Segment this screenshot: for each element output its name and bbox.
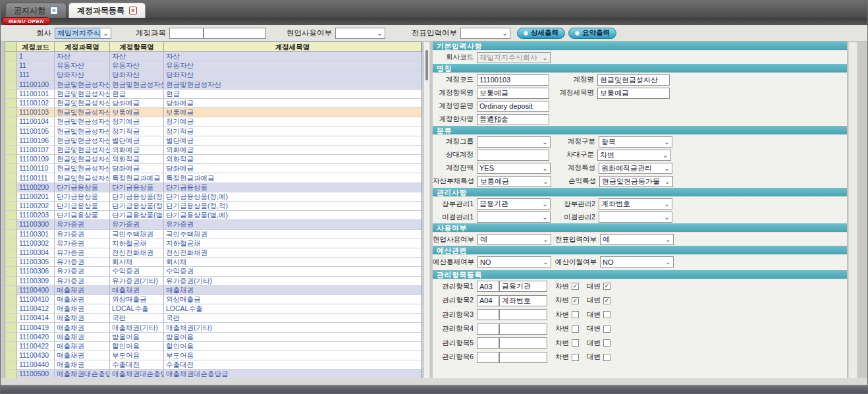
row-selector-cell[interactable] — [5, 323, 17, 332]
row-selector-cell[interactable] — [5, 164, 17, 173]
mgmt-item-1-name-input[interactable] — [499, 281, 547, 292]
row-selector-cell[interactable] — [5, 304, 17, 314]
tab-1[interactable]: 공지사항× — [5, 3, 67, 18]
table-row[interactable]: 111당좌자산당좌자산당좌자산 — [5, 70, 421, 80]
account-name-input[interactable] — [203, 28, 266, 39]
budget-control-select[interactable]: NO⌄ — [477, 256, 551, 267]
table-row[interactable]: 11100111현금및현금성자산특정현금과예금특정현금과예금 — [5, 173, 421, 183]
table-row[interactable]: 11100412매출채권LOCAL수출LOCAL수출 — [5, 304, 421, 314]
panel-scrollbar[interactable]: ⌃ ⌄ — [848, 42, 857, 380]
account-trait-select[interactable]: 원화예적금관리⌄ — [599, 163, 672, 174]
row-selector-cell[interactable] — [5, 173, 17, 183]
table-row[interactable]: 11100430매출채권부도어음부도어음 — [5, 351, 421, 360]
row-selector-cell[interactable] — [5, 52, 17, 61]
mgmt-item-3-code-input[interactable] — [477, 309, 499, 320]
pending-mgmt1-select[interactable]: ⌄ — [477, 211, 551, 223]
mgmt-item-3-credit-checkbox[interactable] — [603, 311, 610, 318]
row-selector-cell[interactable] — [5, 342, 17, 351]
table-row[interactable]: 11100106현금및현금성자산별단예금별단예금 — [5, 136, 421, 146]
table-row[interactable]: 11100306유가증권수익증권수익증권 — [5, 267, 421, 276]
table-row[interactable]: 11100410매출채권외상매출금외상매출금 — [5, 295, 421, 304]
row-selector-cell[interactable] — [5, 127, 17, 136]
menu-open-button[interactable]: MENU OPEN — [2, 17, 51, 25]
chevron-up-icon[interactable]: ⌃ — [849, 43, 857, 51]
mgmt-item-2-name-input[interactable] — [499, 295, 547, 306]
table-row[interactable]: 11100301유가증권국민주택채권국민주택채권 — [5, 230, 421, 239]
row-selector-cell[interactable] — [5, 80, 17, 90]
row-selector-cell[interactable] — [5, 351, 17, 360]
table-row[interactable]: 11100105현금및현금성자산정기적금정기적금 — [5, 127, 421, 136]
table-row[interactable]: 11100414매출채권국판국판 — [5, 314, 421, 323]
table-row[interactable]: 11100305유가증권회사채회사채 — [5, 258, 421, 267]
pending-mgmt2-select[interactable]: ⌄ — [599, 211, 672, 223]
row-selector-cell[interactable] — [5, 99, 17, 108]
counter-account-field[interactable] — [477, 150, 549, 161]
row-selector-cell[interactable] — [5, 211, 17, 220]
row-selector-cell[interactable] — [5, 333, 17, 342]
grid-scrollbar[interactable] — [423, 42, 430, 380]
detail-print-button[interactable]: 상세출력 — [517, 28, 565, 39]
row-selector-cell[interactable] — [5, 220, 17, 229]
table-row[interactable]: 11100422매출채권할인어음할인어음 — [5, 342, 421, 351]
row-selector-cell[interactable] — [5, 360, 17, 370]
mgmt-item-5-debit-checkbox[interactable] — [572, 339, 579, 347]
mgmt-item-1-debit-checkbox[interactable]: ✓ — [572, 283, 579, 290]
table-row[interactable]: 11100203단기금융상품단기금융상품(별,예)단기금융상품(별,예) — [5, 211, 421, 220]
usage-select[interactable]: ⌄ — [335, 28, 385, 39]
ledger-mgmt2-select[interactable]: 계좌번호⌄ — [599, 198, 672, 210]
ledger-mgmt1-select[interactable]: 금융기관⌄ — [477, 198, 551, 210]
mgmt-item-4-code-input[interactable] — [477, 324, 499, 335]
mgmt-item-6-name-input[interactable] — [499, 352, 547, 363]
row-selector-cell[interactable] — [5, 295, 17, 304]
account-class-select[interactable]: 항목⌄ — [599, 136, 672, 148]
table-row[interactable]: 11100400매출채권매출채권매출채권 — [5, 286, 421, 295]
account-code-field[interactable] — [477, 74, 549, 86]
tab-close-icon[interactable]: × — [50, 7, 58, 14]
mgmt-item-4-debit-checkbox[interactable] — [572, 325, 579, 333]
row-selector-cell[interactable] — [5, 90, 17, 99]
row-selector-cell[interactable] — [5, 286, 17, 295]
table-row[interactable]: 11100419매출채권매출채권(기타)매출채권(기타) — [5, 323, 421, 332]
table-row[interactable]: 11100104현금및현금성자산정기예금정기예금 — [5, 117, 421, 127]
table-row[interactable]: 11100202단기금융상품단기금융상품(정,적)단기금융상품(정,적) — [5, 202, 421, 211]
mgmt-item-1-credit-checkbox[interactable]: ✓ — [603, 283, 610, 290]
table-row[interactable]: 11100201단기금융상품단기금융상품(정,예)단기금융상품(정,예) — [5, 192, 421, 202]
mgmt-item-2-debit-checkbox[interactable]: ✓ — [572, 297, 579, 304]
table-row[interactable]: 11100300유가증권유가증권유가증권 — [5, 220, 421, 229]
table-row[interactable]: 11100304유가증권전신전화채권전신전화채권 — [5, 248, 421, 258]
row-selector-cell[interactable] — [5, 202, 17, 211]
tab-2[interactable]: 계정과목등록× — [68, 3, 146, 18]
account-code-input[interactable] — [169, 28, 203, 39]
mgmt-item-5-code-input[interactable] — [477, 337, 499, 349]
profit-loss-trait-select[interactable]: 현금및현금등가물⌄ — [599, 176, 673, 187]
row-selector-cell[interactable] — [5, 248, 17, 258]
table-row[interactable]: 11100302유가증권지하철공채지하철공채 — [5, 239, 421, 248]
row-selector-cell[interactable] — [5, 267, 17, 276]
debit-credit-select[interactable]: 차변⌄ — [597, 150, 671, 161]
mgmt-item-1-code-input[interactable] — [477, 281, 499, 292]
account-item-name-field[interactable] — [477, 88, 549, 99]
row-selector-cell[interactable] — [5, 61, 17, 70]
mgmt-item-6-debit-checkbox[interactable] — [572, 354, 579, 361]
table-row[interactable]: 11100101현금및현금성자산현금현금 — [5, 90, 421, 99]
row-selector-cell[interactable] — [5, 239, 17, 248]
mgmt-item-5-credit-checkbox[interactable] — [603, 339, 610, 347]
field-usage-select[interactable]: 예⌄ — [477, 234, 551, 245]
row-selector-cell[interactable] — [5, 155, 17, 164]
mgmt-item-3-debit-checkbox[interactable] — [572, 311, 579, 318]
asset-liability-trait-select[interactable]: 보통예금⌄ — [477, 176, 551, 187]
company-select[interactable]: 제일저지주식회사 ⌄ — [55, 28, 111, 39]
table-row[interactable]: 11100102현금및현금성자산당좌예금당좌예금 — [5, 99, 421, 108]
table-row[interactable]: 11100200단기금융상품단기금융상품단기금융상품 — [5, 183, 421, 192]
budget-carryover-select[interactable]: NO⌄ — [600, 256, 674, 267]
table-row[interactable]: 11100309유가증권유가증권(기타)유가증권(기타) — [5, 277, 421, 286]
mgmt-item-4-name-input[interactable] — [499, 324, 547, 335]
table-row[interactable]: 11100100현금및현금성자산현금및현금성자산현금및현금성자산 — [5, 80, 421, 90]
row-selector-cell[interactable] — [5, 230, 17, 239]
mgmt-item-6-credit-checkbox[interactable] — [603, 354, 610, 361]
account-balance-select[interactable]: YES⌄ — [477, 163, 551, 174]
account-detail-name-field[interactable] — [597, 88, 670, 99]
table-row[interactable]: 11100103현금및현금성자산보통예금보통예금 — [5, 108, 421, 117]
table-row[interactable]: 11100440매출채권수출대전수출대전 — [5, 360, 421, 370]
account-name-field[interactable] — [597, 74, 670, 86]
